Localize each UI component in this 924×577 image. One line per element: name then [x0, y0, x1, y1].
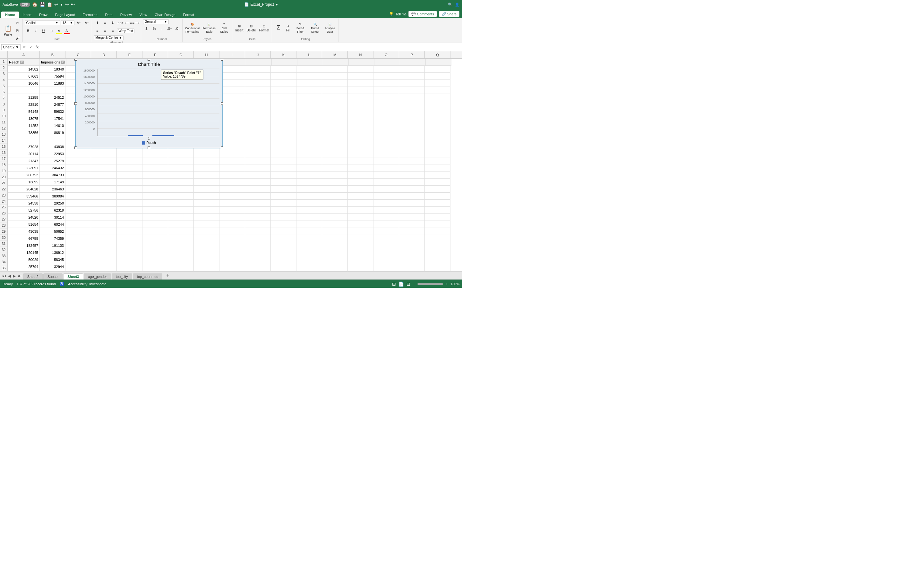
find-select-button[interactable]: 🔍 Find & Select [308, 20, 322, 37]
cell-r21-c13[interactable] [322, 200, 348, 207]
col-header-m[interactable]: M [322, 51, 348, 58]
cell-r3-c2[interactable]: 75594 [40, 73, 65, 80]
merge-center-button[interactable]: Merge & Centre ▼ [94, 35, 124, 40]
resize-handle-br[interactable] [221, 147, 223, 149]
tab-draw[interactable]: Draw [35, 11, 51, 18]
cell-r19-c10[interactable] [245, 185, 271, 193]
cell-r30-c5[interactable] [117, 263, 142, 270]
col-header-c[interactable]: C [65, 51, 91, 58]
cell-r19-c8[interactable] [194, 185, 220, 193]
cell-r21-c8[interactable] [194, 200, 220, 207]
row-num-29[interactable]: 29 [0, 229, 7, 235]
cell-r16-c4[interactable] [91, 164, 117, 171]
cell-r24-c8[interactable] [194, 221, 220, 228]
add-sheet-button[interactable]: + [164, 272, 171, 279]
cell-r21-c10[interactable] [245, 200, 271, 207]
cell-r1-c14[interactable] [349, 59, 375, 66]
cell-r19-c2[interactable]: 236463 [40, 185, 65, 193]
cell-r11-c12[interactable] [296, 129, 322, 136]
cell-r26-c11[interactable] [271, 235, 296, 242]
cell-r15-c15[interactable] [373, 157, 399, 164]
cell-r21-c2[interactable]: 29250 [40, 200, 65, 207]
cell-r11-c9[interactable] [220, 129, 245, 136]
cell-r4-c9[interactable] [220, 80, 245, 87]
cell-r17-c7[interactable] [168, 171, 194, 179]
decrease-font-button[interactable]: A⁻ [83, 19, 90, 26]
cell-r1-c12[interactable] [297, 59, 323, 66]
save-icon[interactable]: 💾 [39, 2, 45, 7]
col-header-b[interactable]: B [40, 51, 65, 58]
cell-r15-c17[interactable] [425, 157, 451, 164]
cell-r25-c3[interactable] [65, 228, 91, 235]
cell-r1-c9[interactable] [220, 59, 246, 66]
cell-r23-c10[interactable] [245, 214, 271, 221]
cell-r31-c15[interactable] [373, 270, 399, 271]
cell-r28-c2[interactable]: 136912 [40, 249, 65, 256]
cell-r30-c1[interactable]: 25794 [8, 263, 40, 270]
cell-r3-c14[interactable] [348, 73, 373, 80]
row-num-8[interactable]: 8 [0, 101, 7, 107]
cell-r18-c6[interactable] [142, 179, 168, 185]
cell-r14-c6[interactable] [142, 150, 168, 157]
cell-r23-c12[interactable] [296, 214, 322, 221]
decimal-decrease-button[interactable]: .0- [174, 25, 181, 32]
underline-button[interactable]: U [40, 27, 47, 34]
cell-r23-c5[interactable] [117, 214, 142, 221]
cell-r28-c1[interactable]: 120145 [8, 249, 40, 256]
row-num-24[interactable]: 24 [0, 198, 7, 205]
cell-r12-c10[interactable] [245, 136, 271, 143]
cell-r27-c6[interactable] [142, 242, 168, 249]
cell-r28-c16[interactable] [399, 249, 425, 256]
cell-r19-c7[interactable] [168, 185, 194, 193]
cell-r5-c9[interactable] [220, 87, 245, 94]
cell-r29-c3[interactable] [65, 256, 91, 263]
cell-r28-c9[interactable] [220, 249, 245, 256]
cell-r15-c8[interactable] [194, 157, 220, 164]
cell-r25-c6[interactable] [142, 228, 168, 235]
cell-r8-c1[interactable]: 54148 [8, 108, 40, 115]
cell-r4-c2[interactable]: 11883 [40, 80, 65, 87]
row-num-10[interactable]: 10 [0, 113, 7, 119]
cell-r22-c6[interactable] [142, 207, 168, 214]
cell-r5-c15[interactable] [373, 87, 399, 94]
cell-r20-c3[interactable] [65, 193, 91, 200]
cell-r18-c9[interactable] [220, 179, 245, 185]
cell-r15-c16[interactable] [399, 157, 425, 164]
cell-r31-c17[interactable] [425, 270, 451, 271]
tab-subset[interactable]: Subset [43, 274, 63, 279]
cell-r31-c14[interactable] [348, 270, 373, 271]
cell-r22-c12[interactable] [296, 207, 322, 214]
col-header-p[interactable]: P [399, 51, 425, 58]
cell-r7-c11[interactable] [271, 101, 296, 108]
row-num-7[interactable]: 7 [0, 95, 7, 101]
cell-r2-c9[interactable] [220, 66, 245, 73]
cell-r27-c14[interactable] [348, 242, 373, 249]
cell-r12-c17[interactable] [425, 136, 451, 143]
cell-r3-c1[interactable]: 67063 [8, 73, 40, 80]
cell-r30-c15[interactable] [373, 263, 399, 270]
cell-r25-c2[interactable]: 50652 [40, 228, 65, 235]
cell-r22-c15[interactable] [373, 207, 399, 214]
cell-r24-c12[interactable] [296, 221, 322, 228]
cell-r8-c15[interactable] [373, 108, 399, 115]
cell-r29-c7[interactable] [168, 256, 194, 263]
row-num-30[interactable]: 30 [0, 235, 7, 241]
cell-r2-c15[interactable] [373, 66, 399, 73]
cell-r14-c9[interactable] [220, 150, 245, 157]
align-left-button[interactable]: ≡ [94, 27, 101, 34]
cell-r31-c1[interactable]: 57500 [8, 270, 40, 271]
cell-r15-c14[interactable] [348, 157, 373, 164]
cell-r20-c13[interactable] [322, 193, 348, 200]
cell-r29-c15[interactable] [373, 256, 399, 263]
decimal-increase-button[interactable]: .0+ [166, 25, 173, 32]
cell-r24-c15[interactable] [373, 221, 399, 228]
tab-review[interactable]: Review [116, 11, 136, 18]
cell-r31-c13[interactable] [322, 270, 348, 271]
cell-r23-c9[interactable] [220, 214, 245, 221]
cell-r3-c13[interactable] [322, 73, 348, 80]
cell-r26-c17[interactable] [425, 235, 451, 242]
cell-r10-c1[interactable]: 11252 [8, 122, 40, 129]
cell-r24-c13[interactable] [322, 221, 348, 228]
cell-r27-c1[interactable]: 182457 [8, 242, 40, 249]
cell-r21-c12[interactable] [296, 200, 322, 207]
